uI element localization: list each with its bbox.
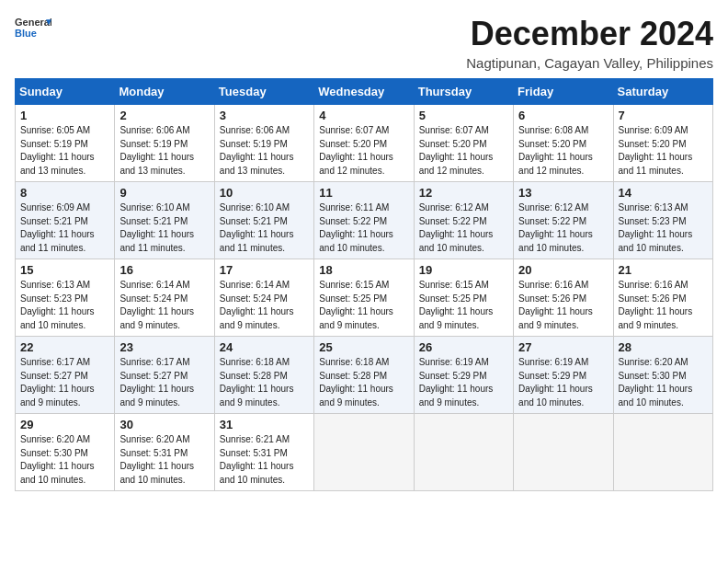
page-header: General Blue December 2024 Nagtipunan, C… [15, 15, 713, 71]
month-title: December 2024 [466, 15, 713, 53]
weekday-header: Friday [514, 79, 613, 105]
day-info: Sunrise: 6:10 AMSunset: 5:21 PMDaylight:… [220, 201, 309, 255]
day-info: Sunrise: 6:15 AMSunset: 5:25 PMDaylight:… [419, 279, 508, 332]
day-number: 31 [220, 418, 309, 431]
day-number: 21 [619, 263, 708, 277]
svg-text:Blue: Blue [15, 28, 37, 39]
calendar-cell: 31Sunrise: 6:21 AMSunset: 5:31 PMDayligh… [214, 414, 313, 491]
day-info: Sunrise: 6:13 AMSunset: 5:23 PMDaylight:… [619, 201, 708, 255]
calendar-cell: 14Sunrise: 6:13 AMSunset: 5:23 PMDayligh… [613, 182, 712, 259]
day-number: 27 [518, 340, 608, 354]
day-info: Sunrise: 6:06 AMSunset: 5:19 PMDaylight:… [220, 124, 309, 178]
day-info: Sunrise: 6:18 AMSunset: 5:28 PMDaylight:… [319, 356, 408, 409]
location: Nagtipunan, Cagayan Valley, Philippines [466, 55, 713, 71]
day-info: Sunrise: 6:07 AMSunset: 5:20 PMDaylight:… [319, 124, 408, 178]
calendar-week-row: 22Sunrise: 6:17 AMSunset: 5:27 PMDayligh… [16, 337, 713, 414]
calendar-week-row: 1Sunrise: 6:05 AMSunset: 5:19 PMDaylight… [16, 105, 713, 182]
day-number: 1 [20, 109, 109, 122]
calendar-cell: 8Sunrise: 6:09 AMSunset: 5:21 PMDaylight… [16, 182, 115, 259]
day-info: Sunrise: 6:18 AMSunset: 5:28 PMDaylight:… [220, 356, 309, 409]
weekday-header: Thursday [414, 79, 513, 105]
weekday-header: Wednesday [314, 79, 414, 105]
day-number: 30 [119, 418, 209, 431]
day-number: 12 [419, 186, 508, 200]
day-number: 3 [220, 109, 309, 122]
day-info: Sunrise: 6:17 AMSunset: 5:27 PMDaylight:… [119, 356, 209, 409]
calendar-cell: 26Sunrise: 6:19 AMSunset: 5:29 PMDayligh… [414, 337, 513, 414]
calendar-cell: 23Sunrise: 6:17 AMSunset: 5:27 PMDayligh… [115, 337, 214, 414]
calendar-cell: 27Sunrise: 6:19 AMSunset: 5:29 PMDayligh… [514, 337, 613, 414]
calendar-cell: 17Sunrise: 6:14 AMSunset: 5:24 PMDayligh… [214, 259, 313, 337]
calendar-cell: 7Sunrise: 6:09 AMSunset: 5:20 PMDaylight… [613, 105, 712, 182]
day-number: 24 [220, 340, 309, 354]
day-number: 20 [518, 263, 608, 277]
day-number: 4 [319, 109, 408, 122]
calendar-cell: 15Sunrise: 6:13 AMSunset: 5:23 PMDayligh… [16, 259, 115, 337]
calendar-cell [314, 414, 414, 491]
logo: General Blue [15, 15, 51, 40]
day-number: 10 [220, 186, 309, 200]
calendar-cell: 1Sunrise: 6:05 AMSunset: 5:19 PMDaylight… [16, 105, 115, 182]
calendar-header-row: SundayMondayTuesdayWednesdayThursdayFrid… [16, 79, 713, 105]
calendar-cell: 30Sunrise: 6:20 AMSunset: 5:31 PMDayligh… [115, 414, 214, 491]
calendar-cell: 3Sunrise: 6:06 AMSunset: 5:19 PMDaylight… [214, 105, 313, 182]
calendar-table: SundayMondayTuesdayWednesdayThursdayFrid… [15, 78, 713, 491]
day-number: 17 [220, 263, 309, 277]
day-info: Sunrise: 6:11 AMSunset: 5:22 PMDaylight:… [319, 201, 408, 255]
day-number: 5 [419, 109, 508, 122]
day-info: Sunrise: 6:09 AMSunset: 5:21 PMDaylight:… [20, 201, 109, 255]
day-number: 6 [518, 109, 608, 122]
day-info: Sunrise: 6:08 AMSunset: 5:20 PMDaylight:… [518, 124, 608, 178]
day-info: Sunrise: 6:15 AMSunset: 5:25 PMDaylight:… [319, 279, 408, 332]
calendar-cell: 12Sunrise: 6:12 AMSunset: 5:22 PMDayligh… [414, 182, 513, 259]
calendar-cell: 20Sunrise: 6:16 AMSunset: 5:26 PMDayligh… [514, 259, 613, 337]
day-info: Sunrise: 6:07 AMSunset: 5:20 PMDaylight:… [419, 124, 508, 178]
calendar-cell: 6Sunrise: 6:08 AMSunset: 5:20 PMDaylight… [514, 105, 613, 182]
calendar-cell: 11Sunrise: 6:11 AMSunset: 5:22 PMDayligh… [314, 182, 414, 259]
day-info: Sunrise: 6:19 AMSunset: 5:29 PMDaylight:… [419, 356, 508, 409]
day-number: 8 [20, 186, 109, 200]
day-info: Sunrise: 6:17 AMSunset: 5:27 PMDaylight:… [20, 356, 109, 409]
calendar-cell: 13Sunrise: 6:12 AMSunset: 5:22 PMDayligh… [514, 182, 613, 259]
day-info: Sunrise: 6:12 AMSunset: 5:22 PMDaylight:… [419, 201, 508, 255]
day-info: Sunrise: 6:09 AMSunset: 5:20 PMDaylight:… [619, 124, 708, 178]
day-number: 22 [20, 340, 109, 354]
calendar-cell: 5Sunrise: 6:07 AMSunset: 5:20 PMDaylight… [414, 105, 513, 182]
day-info: Sunrise: 6:20 AMSunset: 5:30 PMDaylight:… [20, 433, 109, 487]
calendar-cell: 19Sunrise: 6:15 AMSunset: 5:25 PMDayligh… [414, 259, 513, 337]
day-info: Sunrise: 6:20 AMSunset: 5:30 PMDaylight:… [619, 356, 708, 409]
calendar-cell: 10Sunrise: 6:10 AMSunset: 5:21 PMDayligh… [214, 182, 313, 259]
day-info: Sunrise: 6:06 AMSunset: 5:19 PMDaylight:… [119, 124, 209, 178]
calendar-cell: 22Sunrise: 6:17 AMSunset: 5:27 PMDayligh… [16, 337, 115, 414]
day-number: 14 [619, 186, 708, 200]
calendar-week-row: 8Sunrise: 6:09 AMSunset: 5:21 PMDaylight… [16, 182, 713, 259]
weekday-header: Tuesday [214, 79, 313, 105]
calendar-cell: 25Sunrise: 6:18 AMSunset: 5:28 PMDayligh… [314, 337, 414, 414]
calendar-week-row: 29Sunrise: 6:20 AMSunset: 5:30 PMDayligh… [16, 414, 713, 491]
calendar-cell [514, 414, 613, 491]
day-number: 19 [419, 263, 508, 277]
calendar-cell: 21Sunrise: 6:16 AMSunset: 5:26 PMDayligh… [613, 259, 712, 337]
calendar-cell: 9Sunrise: 6:10 AMSunset: 5:21 PMDaylight… [115, 182, 214, 259]
weekday-header: Sunday [16, 79, 115, 105]
day-info: Sunrise: 6:14 AMSunset: 5:24 PMDaylight:… [220, 279, 309, 332]
calendar-cell: 2Sunrise: 6:06 AMSunset: 5:19 PMDaylight… [115, 105, 214, 182]
day-number: 15 [20, 263, 109, 277]
title-section: December 2024 Nagtipunan, Cagayan Valley… [466, 15, 713, 71]
day-info: Sunrise: 6:20 AMSunset: 5:31 PMDaylight:… [119, 433, 209, 487]
day-info: Sunrise: 6:05 AMSunset: 5:19 PMDaylight:… [20, 124, 109, 178]
day-info: Sunrise: 6:21 AMSunset: 5:31 PMDaylight:… [220, 433, 309, 487]
calendar-cell: 29Sunrise: 6:20 AMSunset: 5:30 PMDayligh… [16, 414, 115, 491]
day-number: 7 [619, 109, 708, 122]
day-info: Sunrise: 6:14 AMSunset: 5:24 PMDaylight:… [119, 279, 209, 332]
weekday-header: Saturday [613, 79, 712, 105]
day-info: Sunrise: 6:13 AMSunset: 5:23 PMDaylight:… [20, 279, 109, 332]
calendar-cell: 4Sunrise: 6:07 AMSunset: 5:20 PMDaylight… [314, 105, 414, 182]
calendar-week-row: 15Sunrise: 6:13 AMSunset: 5:23 PMDayligh… [16, 259, 713, 337]
day-number: 25 [319, 340, 408, 354]
calendar-cell: 16Sunrise: 6:14 AMSunset: 5:24 PMDayligh… [115, 259, 214, 337]
calendar-cell [414, 414, 513, 491]
day-number: 11 [319, 186, 408, 200]
day-number: 2 [119, 109, 209, 122]
day-number: 29 [20, 418, 109, 431]
